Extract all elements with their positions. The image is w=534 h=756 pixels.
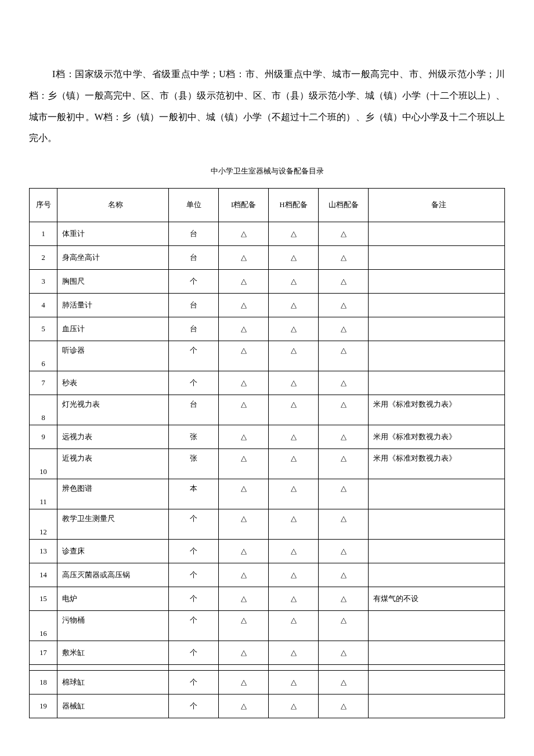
cell-grade2: △ xyxy=(269,587,319,611)
cell-grade3: △ xyxy=(319,641,369,665)
cell-note: 米用《标准对数视力表》 xyxy=(369,449,505,479)
table-row: 19器械缸个△△△ xyxy=(30,694,505,718)
table-row: 15电炉个△△△有煤气的不设 xyxy=(30,587,505,611)
cell-grade1: △ xyxy=(219,395,269,425)
cell-note xyxy=(369,294,505,317)
cell-seq: 4 xyxy=(30,294,57,317)
cell-grade3: △ xyxy=(319,270,369,294)
cell-unit: 个 xyxy=(169,509,219,540)
cell-grade1: △ xyxy=(219,317,269,341)
cell-grade2: △ xyxy=(269,563,319,587)
header-note: 备注 xyxy=(369,189,505,222)
cell-grade2: △ xyxy=(269,270,319,294)
cell-grade3: △ xyxy=(319,425,369,449)
cell-unit: 张 xyxy=(169,449,219,479)
header-name: 名称 xyxy=(57,189,169,222)
cell-grade1: △ xyxy=(219,449,269,479)
cell-name: 棉球缸 xyxy=(57,671,169,694)
cell-name: 体重计 xyxy=(57,222,169,246)
cell-grade2: △ xyxy=(269,222,319,246)
cell-unit: 个 xyxy=(169,641,219,665)
cell-note xyxy=(369,509,505,540)
table-row: 5血压计台△△△ xyxy=(30,317,505,341)
cell-grade3: △ xyxy=(319,611,369,641)
cell-grade1: △ xyxy=(219,479,269,509)
cell-unit: 个 xyxy=(169,587,219,611)
cell-grade1: △ xyxy=(219,694,269,718)
cell-name: 高压灭菌器或高压锅 xyxy=(57,563,169,587)
cell-name: 秒表 xyxy=(57,371,169,395)
cell-seq: 10 xyxy=(30,449,57,479)
cell-grade2: △ xyxy=(269,395,319,425)
table-row: 12教学卫生测量尺个△△△ xyxy=(30,509,505,540)
cell-unit: 个 xyxy=(169,563,219,587)
table-row: 4肺活量计台△△△ xyxy=(30,294,505,317)
cell-grade2: △ xyxy=(269,371,319,395)
cell-seq: 11 xyxy=(30,479,57,509)
cell-grade1: △ xyxy=(219,222,269,246)
cell-seq: 6 xyxy=(30,341,57,371)
table-row: 13诊查床个△△△ xyxy=(30,540,505,563)
cell-grade3: △ xyxy=(319,671,369,694)
cell-seq: 7 xyxy=(30,371,57,395)
cell-note xyxy=(369,611,505,641)
cell-seq: 18 xyxy=(30,671,57,694)
cell-grade1: △ xyxy=(219,611,269,641)
table-row: 6听诊器个△△△ xyxy=(30,341,505,371)
header-grade1: I档配备 xyxy=(219,189,269,222)
cell-name: 胸围尺 xyxy=(57,270,169,294)
cell-grade1: △ xyxy=(219,270,269,294)
cell-name: 器械缸 xyxy=(57,694,169,718)
cell-grade3: △ xyxy=(319,317,369,341)
cell-grade2: △ xyxy=(269,246,319,270)
cell-grade1: △ xyxy=(219,509,269,540)
cell-grade1: △ xyxy=(219,563,269,587)
cell-unit: 个 xyxy=(169,341,219,371)
cell-unit: 个 xyxy=(169,694,219,718)
table-row: 16污物桶个△△△ xyxy=(30,611,505,641)
cell-name: 污物桶 xyxy=(57,611,169,641)
cell-unit: 个 xyxy=(169,540,219,563)
cell-note xyxy=(369,222,505,246)
cell-note xyxy=(369,563,505,587)
cell-grade3: △ xyxy=(319,540,369,563)
table-row: 18棉球缸个△△△ xyxy=(30,671,505,694)
cell-grade3: △ xyxy=(319,341,369,371)
cell-grade2: △ xyxy=(269,641,319,665)
cell-grade3: △ xyxy=(319,479,369,509)
cell-grade1: △ xyxy=(219,425,269,449)
cell-unit: 个 xyxy=(169,371,219,395)
cell-grade3: △ xyxy=(319,563,369,587)
table-row: 9远视力表张△△△米用《标准对数视力表》 xyxy=(30,425,505,449)
table-caption: 中小学卫生室器械与设备配备目录 xyxy=(29,167,505,176)
table-row: 11辨色图谱本△△△ xyxy=(30,479,505,509)
cell-grade3: △ xyxy=(319,587,369,611)
cell-note: 米用《标准对数视力表》 xyxy=(369,425,505,449)
cell-grade3: △ xyxy=(319,449,369,479)
header-seq: 序号 xyxy=(30,189,57,222)
cell-grade3: △ xyxy=(319,694,369,718)
table-row: 17敷米缸个△△△ xyxy=(30,641,505,665)
cell-grade2: △ xyxy=(269,449,319,479)
cell-grade1: △ xyxy=(219,671,269,694)
table-row: 8灯光视力表台△△△米用《标准对数视力表》 xyxy=(30,395,505,425)
cell-grade2: △ xyxy=(269,341,319,371)
table-row: 2身高坐高计台△△△ xyxy=(30,246,505,270)
cell-name: 教学卫生测量尺 xyxy=(57,509,169,540)
cell-seq: 3 xyxy=(30,270,57,294)
intro-text: I档：国家级示范中学、省级重点中学；U档：市、州级重点中学、城市一般高完中、市、… xyxy=(29,69,505,143)
intro-paragraph: I档：国家级示范中学、省级重点中学；U档：市、州级重点中学、城市一般高完中、市、… xyxy=(29,64,505,149)
cell-unit: 个 xyxy=(169,270,219,294)
cell-grade1: △ xyxy=(219,341,269,371)
cell-note xyxy=(369,540,505,563)
cell-grade1: △ xyxy=(219,246,269,270)
cell-seq: 19 xyxy=(30,694,57,718)
cell-name: 敷米缸 xyxy=(57,641,169,665)
cell-grade2: △ xyxy=(269,425,319,449)
cell-grade3: △ xyxy=(319,395,369,425)
cell-note xyxy=(369,371,505,395)
cell-seq: 17 xyxy=(30,641,57,665)
cell-name: 远视力表 xyxy=(57,425,169,449)
cell-note xyxy=(369,479,505,509)
cell-seq: 13 xyxy=(30,540,57,563)
